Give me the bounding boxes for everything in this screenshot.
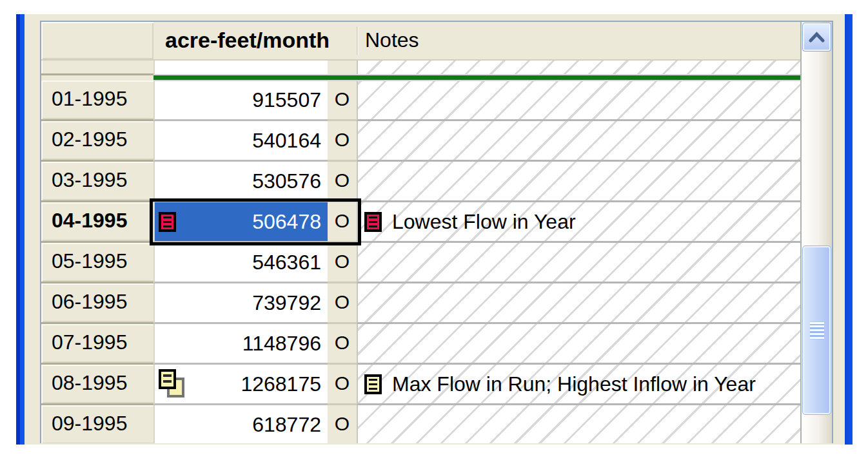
note-cell[interactable]: [357, 283, 800, 324]
row-date-label: 08-1995: [52, 371, 127, 394]
note-page-front: [159, 369, 176, 389]
row-header-cell[interactable]: 08-1995: [41, 365, 153, 405]
flag-cell[interactable]: O: [328, 283, 357, 324]
value-cell[interactable]: 618772: [153, 405, 328, 443]
red-note-icon[interactable]: [364, 212, 382, 232]
note-cell[interactable]: [357, 243, 800, 283]
right-accent-bar: [845, 14, 853, 445]
chevron-up-icon: [808, 32, 825, 43]
value-cell[interactable]: 540164: [153, 121, 328, 162]
row-header-cell[interactable]: 04-1995: [41, 202, 153, 243]
grip-lines-icon: [810, 321, 824, 339]
row-date-label: 09-1995: [52, 412, 127, 435]
row-header-cell[interactable]: 06-1995: [41, 283, 153, 324]
flow-value: 739792: [252, 291, 321, 315]
row-date-label: 03-1995: [52, 168, 127, 191]
flow-value: 1148796: [242, 332, 321, 356]
value-cell[interactable]: 530576: [153, 162, 328, 202]
grid-panel: acre-feet/month Notes 01-1995 915507 O: [25, 14, 845, 445]
note-text: Lowest Flow in Year: [392, 210, 576, 234]
flow-value: 1268175: [241, 372, 321, 396]
flow-value: 506478: [252, 210, 321, 234]
red-note-icon[interactable]: [159, 212, 176, 232]
table-row: 05-1995 546361 O: [41, 243, 800, 283]
note-cell[interactable]: Lowest Flow in Year: [357, 202, 800, 243]
note-cell[interactable]: [357, 324, 800, 365]
flow-value: 915507: [252, 88, 321, 112]
output-flag: O: [335, 88, 350, 110]
flag-cell[interactable]: O: [328, 243, 357, 283]
value-cell[interactable]: 1148796: [153, 324, 328, 365]
row-date-label: 07-1995: [52, 331, 127, 354]
row-date-label: 04-1995: [52, 209, 127, 232]
output-flag: O: [335, 372, 350, 394]
output-flag: O: [335, 251, 350, 272]
note-text: Max Flow in Run; Highest Inflow in Year: [392, 372, 756, 396]
note-cell[interactable]: [357, 81, 800, 121]
yellow-note-icon[interactable]: [364, 374, 382, 394]
scroll-up-button[interactable]: [802, 23, 831, 52]
value-cell[interactable]: 546361: [153, 243, 328, 283]
note-cell[interactable]: [357, 405, 800, 443]
output-flag: O: [335, 169, 350, 191]
clipped-flag-cell: [328, 61, 357, 75]
note-cell[interactable]: [357, 121, 800, 162]
table-row: 04-1995 506478 O Lowest Flow in Year: [41, 202, 800, 243]
table-row: 08-1995 1268175 O Max Flow in Run; Highe…: [41, 365, 800, 405]
table-row: 03-1995 530576 O: [41, 162, 800, 202]
header-corner-cell: [41, 22, 153, 59]
row-date-label: 02-1995: [52, 128, 127, 151]
row-header-cell[interactable]: 09-1995: [41, 405, 153, 443]
flag-cell[interactable]: O: [328, 162, 357, 202]
output-flag: O: [335, 332, 350, 353]
value-cell[interactable]: 1268175: [153, 365, 328, 405]
output-flag: O: [335, 291, 350, 312]
vertical-scrollbar[interactable]: [800, 22, 832, 443]
flag-cell[interactable]: O: [328, 365, 357, 405]
table-row: 02-1995 540164 O: [41, 121, 800, 162]
notes-column-header[interactable]: Notes: [359, 22, 800, 59]
note-cell[interactable]: [357, 162, 800, 202]
note-cell[interactable]: Max Flow in Run; Highest Inflow in Year: [357, 365, 800, 405]
flow-value: 618772: [252, 413, 321, 437]
flow-value: 540164: [252, 129, 321, 153]
output-flag: O: [335, 210, 350, 231]
value-cell[interactable]: 915507: [153, 81, 328, 121]
table-row: 01-1995 915507 O: [41, 81, 800, 121]
flag-cell[interactable]: O: [328, 121, 357, 162]
clipped-value-cell: [153, 61, 328, 75]
value-cell[interactable]: 739792: [153, 283, 328, 324]
row-date-label: 05-1995: [52, 249, 127, 273]
row-date-label: 01-1995: [52, 87, 127, 110]
clipped-row-header-cell: [41, 61, 153, 75]
row-header-cell[interactable]: 02-1995: [41, 121, 153, 162]
flow-value: 546361: [252, 251, 321, 274]
flag-cell[interactable]: O: [328, 405, 357, 443]
scrollbar-thumb[interactable]: [802, 245, 831, 415]
table-row: 09-1995 618772 O: [41, 405, 800, 443]
yellow-double-note-icon[interactable]: [159, 369, 187, 399]
table-rows: 01-1995 915507 O 02-1995: [41, 81, 800, 443]
flag-cell[interactable]: O: [328, 202, 357, 243]
year-divider-line: [153, 75, 800, 80]
flag-cell[interactable]: O: [328, 81, 357, 121]
row-header-cell[interactable]: 01-1995: [41, 81, 153, 121]
value-column-header[interactable]: acre-feet/month: [153, 22, 357, 59]
left-accent-bar: [16, 14, 25, 445]
output-flag: O: [335, 413, 350, 434]
table-header-row: acre-feet/month Notes: [41, 22, 800, 61]
table-row: 06-1995 739792 O: [41, 283, 800, 324]
row-date-label: 06-1995: [52, 290, 127, 313]
value-cell[interactable]: 506478: [153, 202, 328, 243]
clipped-note-cell: [357, 61, 800, 75]
timeseries-table: acre-feet/month Notes 01-1995 915507 O: [40, 21, 833, 443]
clipped-row: [41, 61, 800, 75]
row-header-cell[interactable]: 07-1995: [41, 324, 153, 365]
flag-cell[interactable]: O: [328, 324, 357, 365]
output-flag: O: [335, 129, 350, 150]
row-header-cell[interactable]: 05-1995: [41, 243, 153, 283]
table-row: 07-1995 1148796 O: [41, 324, 800, 365]
row-header-cell[interactable]: 03-1995: [41, 162, 153, 202]
flow-value: 530576: [252, 169, 321, 193]
